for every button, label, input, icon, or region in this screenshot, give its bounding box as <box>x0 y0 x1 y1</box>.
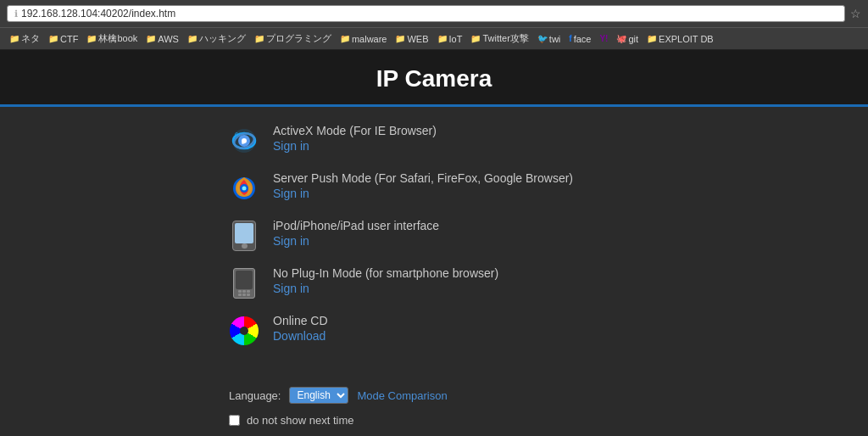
noplugin-mode-title: No Plug-In Mode (for smartphone browser) <box>273 266 498 280</box>
phone-key <box>242 290 246 293</box>
bookmark-iot[interactable]: 📁 IoT <box>435 33 465 45</box>
bookmark-label: ハッキング <box>199 32 246 45</box>
bookmark-label: twi <box>549 34 560 44</box>
cd-visual <box>230 316 259 345</box>
folder-icon: 📁 <box>48 34 58 43</box>
bookmark-label: 林檎book <box>98 32 137 45</box>
bookmark-label: malware <box>352 34 387 44</box>
phone-key <box>238 290 242 293</box>
bookmark-label: CTF <box>60 34 78 44</box>
activex-mode-info: ActiveX Mode (For IE Browser) Sign in <box>273 124 437 153</box>
bookmark-malware[interactable]: 📁 malware <box>337 33 390 45</box>
folder-icon: 📁 <box>146 34 156 43</box>
mode-comparison-link[interactable]: Mode Comparison <box>357 389 447 402</box>
phone-key <box>247 293 250 296</box>
iphone-mode-info: iPod/iPhone/iPad user interface Sign in <box>273 219 439 248</box>
phone-screen <box>236 271 253 289</box>
page-title: IP Camera <box>0 65 868 92</box>
smartphone-device-icon <box>229 268 259 299</box>
do-not-show-row: do not show next time <box>0 414 868 427</box>
address-bar-row: ℹ 192.168.128.104:40202/index.htm ☆ <box>0 0 868 27</box>
language-select[interactable]: English <box>289 387 348 404</box>
bookmark-ctf[interactable]: 📁 CTF <box>46 33 81 45</box>
folder-icon: 📁 <box>254 34 264 43</box>
cd-hole <box>240 327 248 335</box>
do-not-show-checkbox[interactable] <box>229 415 240 426</box>
bookmark-label: git <box>628 34 638 44</box>
main-content: e e ActiveX Mode (For IE Browser) Sign i… <box>0 107 868 378</box>
download-link[interactable]: Download <box>273 329 328 343</box>
iphone-mode-title: iPod/iPhone/iPad user interface <box>273 219 439 232</box>
firefox-svg-icon <box>231 175 258 202</box>
serverpush-mode-title: Server Push Mode (For Safari, FireFox, G… <box>273 171 573 185</box>
phone-key <box>238 293 242 296</box>
bookmark-aws[interactable]: 📁 AWS <box>143 33 181 45</box>
folder-icon: 📁 <box>395 34 405 43</box>
bookmark-label: WEB <box>407 34 428 44</box>
folder-icon: 📁 <box>340 34 350 43</box>
noplugin-signin-link[interactable]: Sign in <box>273 282 498 295</box>
firefox-icon <box>229 173 259 204</box>
serverpush-mode-item: Server Push Mode (For Safari, FireFox, G… <box>229 171 573 204</box>
iphone-visual <box>232 221 256 251</box>
onlinecd-mode-title: Online CD <box>273 314 328 327</box>
do-not-show-label: do not show next time <box>247 414 353 427</box>
address-bar[interactable]: ℹ 192.168.128.104:40202/index.htm <box>7 5 845 22</box>
facebook-icon: f <box>569 34 571 43</box>
phone-keypad <box>238 290 250 296</box>
bookmark-label: プログラミング <box>266 32 331 45</box>
address-text: 192.168.128.104:40202/index.htm <box>21 8 175 20</box>
iphone-mode-item: iPod/iPhone/iPad user interface Sign in <box>229 219 439 251</box>
star-icon[interactable]: ☆ <box>850 7 861 20</box>
bookmark-neta[interactable]: 📁 ネタ <box>7 31 42 46</box>
iphone-device-icon <box>229 221 259 251</box>
page-header: IP Camera <box>0 50 868 107</box>
folder-icon: 📁 <box>9 34 19 43</box>
activex-mode-item: e e ActiveX Mode (For IE Browser) Sign i… <box>229 124 437 156</box>
activex-signin-link[interactable]: Sign in <box>273 139 437 153</box>
bookmark-web[interactable]: 📁 WEB <box>392 33 431 45</box>
phone-visual <box>233 268 255 299</box>
folder-icon: 📁 <box>470 34 481 43</box>
onlinecd-mode-item: Online CD Download <box>229 314 328 346</box>
iphone-screen <box>235 223 253 243</box>
bookmark-facebook[interactable]: f face <box>566 33 593 45</box>
bookmark-label: ネタ <box>21 32 40 45</box>
noplugin-mode-info: No Plug-In Mode (for smartphone browser)… <box>273 266 498 295</box>
bookmark-programming[interactable]: 📁 プログラミング <box>252 31 334 46</box>
folder-icon: 📁 <box>187 34 198 43</box>
onlinecd-mode-info: Online CD Download <box>273 314 328 343</box>
bookmark-git[interactable]: 🐙 git <box>614 33 641 45</box>
bookmark-yahoo[interactable]: Y! <box>597 33 610 44</box>
cd-icon <box>229 316 259 346</box>
language-row: Language: English Mode Comparison <box>0 387 868 404</box>
phone-key <box>242 293 246 296</box>
browser-chrome: ℹ 192.168.128.104:40202/index.htm ☆ 📁 ネタ… <box>0 0 868 50</box>
bookmark-label: EXPLOIT DB <box>659 34 714 44</box>
folder-icon: 📁 <box>647 34 657 43</box>
bookmark-exploitdb[interactable]: 📁 EXPLOIT DB <box>644 33 716 45</box>
bookmark-applebook[interactable]: 📁 林檎book <box>84 31 140 46</box>
folder-icon: 📁 <box>437 34 448 43</box>
serverpush-mode-info: Server Push Mode (For Safari, FireFox, G… <box>273 171 573 200</box>
info-icon: ℹ <box>14 8 18 20</box>
iphone-home-button <box>242 243 248 249</box>
iphone-signin-link[interactable]: Sign in <box>273 234 439 248</box>
bookmark-hacking[interactable]: 📁 ハッキング <box>185 31 248 46</box>
serverpush-signin-link[interactable]: Sign in <box>273 187 573 200</box>
yahoo-icon: Y! <box>599 34 608 43</box>
bookmark-twitter[interactable]: 📁 Twitter攻撃 <box>468 31 531 46</box>
bookmark-label: IoT <box>449 34 463 44</box>
ie-svg-icon: e e <box>231 127 258 154</box>
activex-mode-title: ActiveX Mode (For IE Browser) <box>273 124 437 137</box>
bookmark-label: Twitter攻撃 <box>482 32 528 45</box>
ie-icon: e e <box>229 126 259 156</box>
bookmarks-bar: 📁 ネタ 📁 CTF 📁 林檎book 📁 AWS 📁 ハッキング 📁 プログラ… <box>0 27 868 49</box>
bookmark-twi[interactable]: 🐦 twi <box>535 33 563 45</box>
svg-text:e: e <box>242 137 245 146</box>
phone-key <box>247 290 250 293</box>
svg-point-13 <box>242 187 247 191</box>
noplugin-mode-item: No Plug-In Mode (for smartphone browser)… <box>229 266 498 299</box>
twitter-icon: 🐦 <box>537 34 548 43</box>
bookmark-label: AWS <box>158 34 179 44</box>
